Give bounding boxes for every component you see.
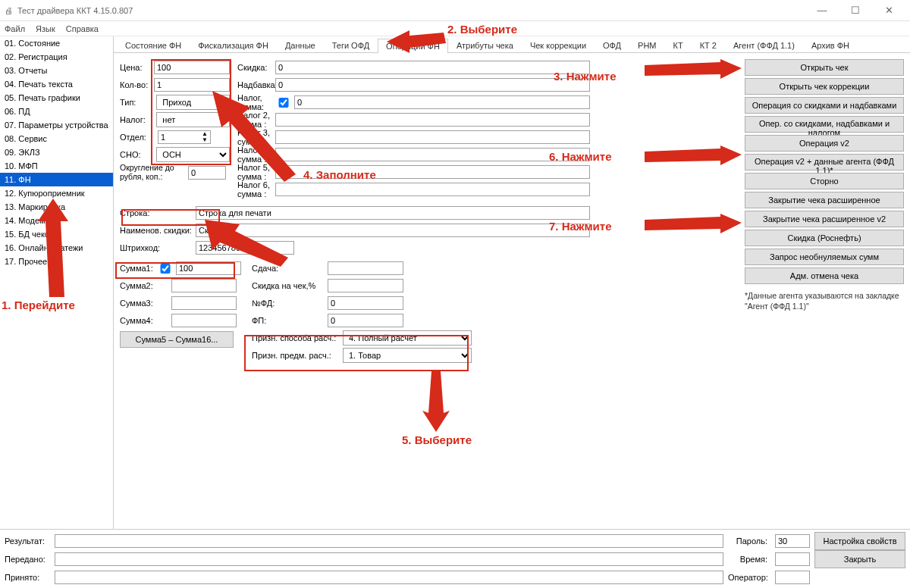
disc-name-input[interactable] (196, 224, 590, 237)
req-sum-button[interactable]: Запрос необнуляемых сумм (745, 249, 904, 265)
minimize-button[interactable]: — (805, 5, 839, 16)
sidebar-item[interactable]: 07. Параметры устройства (0, 118, 113, 132)
sum4-label: Сумма4: (120, 316, 158, 325)
close-button[interactable]: ✕ (872, 5, 905, 16)
qty-input[interactable] (154, 78, 230, 92)
sum1-input[interactable] (176, 261, 241, 275)
op-v2-agent-button[interactable]: Операция v2 + данные агента (ФФД 1.1)* (745, 154, 904, 170)
stroka-input[interactable] (196, 206, 590, 220)
disc-rn-button[interactable]: Скидка (Роснефть) (745, 230, 904, 246)
tab[interactable]: Чек коррекции (522, 38, 595, 52)
app-icon: 🖨 (5, 6, 13, 15)
sum1-check[interactable] (160, 264, 171, 274)
tax6-input[interactable] (275, 183, 590, 196)
menu-file[interactable]: Файл (5, 24, 25, 33)
sum4-input[interactable] (171, 314, 237, 327)
op-v2-button[interactable]: Операция v2 (745, 135, 904, 152)
close-ext-v2-button[interactable]: Закрытие чека расширенное v2 (745, 211, 904, 227)
disc-chk-input[interactable] (328, 279, 403, 292)
tab[interactable]: Фискализация ФН (190, 38, 277, 52)
sum2-input[interactable] (171, 279, 237, 292)
op-disc-button[interactable]: Операция со скидками и надбавками (745, 97, 904, 114)
tax-label: Налог: (120, 115, 156, 124)
maximize-button[interactable]: ☐ (839, 5, 872, 16)
op-disc-tax-button[interactable]: Опер. со скидками, надбавками и налогом (745, 116, 904, 133)
tax2-input[interactable] (275, 113, 590, 127)
adm-cancel-button[interactable]: Адм. отмена чека (745, 267, 904, 284)
titlebar: 🖨 Тест драйвера ККТ 4.15.0.807 — ☐ ✕ (0, 0, 910, 21)
tab[interactable]: Атрибуты чека (448, 38, 522, 52)
sidebar-item[interactable]: 01. Состояние (0, 36, 113, 50)
sidebar-item[interactable]: 13. Маркировка (0, 200, 113, 214)
stroka-label: Строка: (120, 208, 196, 217)
oper-label: Оператор: (728, 573, 770, 582)
sum3-input[interactable] (171, 296, 237, 310)
tab[interactable]: КТ 2 (692, 38, 725, 52)
time-input[interactable] (775, 552, 810, 566)
tax-sum-check[interactable] (278, 98, 289, 108)
round-label: Округление до рубля, коп.: (120, 164, 188, 181)
sidebar-item[interactable]: 08. Сервис (0, 132, 113, 145)
settings-button[interactable]: Настройка свойств (814, 532, 905, 550)
tab[interactable]: Архив ФН (803, 38, 858, 52)
tab[interactable]: Теги ОФД (324, 38, 378, 52)
sent-label: Передано: (5, 555, 50, 564)
sidebar-item[interactable]: 11. ФН (0, 173, 113, 186)
sidebar-item[interactable]: 16. Онлайн платежи (0, 241, 113, 255)
sidebar-item[interactable]: 04. Печать текста (0, 77, 113, 91)
sum-more-button[interactable]: Сумма5 – Сумма16... (120, 331, 234, 348)
sidebar-item[interactable]: 06. ПД (0, 105, 113, 118)
open-corr-button[interactable]: Открыть чек коррекции (745, 78, 904, 95)
barcode-input[interactable] (196, 241, 294, 255)
tax3-input[interactable] (275, 130, 590, 144)
menu-lang[interactable]: Язык (36, 24, 55, 33)
storno-button[interactable]: Сторно (745, 173, 904, 189)
disc-name-label: Наименов. скидки: (120, 226, 196, 235)
oper-input[interactable] (775, 571, 810, 584)
tab[interactable]: Операции ФН (378, 39, 448, 53)
sidebar-item[interactable]: 09. ЭКЛЗ (0, 145, 113, 159)
close-ext-button[interactable]: Закрытие чека расширенное (745, 192, 904, 208)
tab[interactable]: Данные (277, 38, 324, 52)
disc-chk-label: Скидка на чек,% (252, 281, 328, 290)
sidebar-item[interactable]: 17. Прочее (0, 255, 113, 268)
tab[interactable]: Состояние ФН (117, 38, 190, 52)
sidebar-item[interactable]: 03. Отчеты (0, 64, 113, 77)
tab[interactable]: Агент (ФФД 1.1) (725, 38, 803, 52)
price-input[interactable] (154, 61, 230, 74)
sign-subj-label: Призн. предм. расч.: (252, 351, 343, 360)
sidebar-item[interactable]: 05. Печать графики (0, 91, 113, 105)
sidebar-item[interactable]: 12. Купюроприемник (0, 186, 113, 200)
sidebar-item[interactable]: 14. Модем (0, 214, 113, 227)
tab[interactable]: КТ (665, 38, 692, 52)
sno-select[interactable]: ОСН (156, 147, 230, 162)
tax5-input[interactable] (275, 165, 590, 179)
pass-label: Пароль: (728, 536, 770, 546)
open-check-button[interactable]: Открыть чек (745, 59, 904, 76)
result-output (55, 534, 723, 548)
change-input[interactable] (328, 261, 403, 275)
nfd-input[interactable] (328, 296, 403, 310)
sidebar-item[interactable]: 10. МФП (0, 159, 113, 173)
menu-help[interactable]: Справка (66, 24, 99, 33)
pass-input[interactable] (775, 534, 810, 548)
fp-input[interactable] (328, 314, 403, 327)
sidebar-item[interactable]: 02. Регистрация (0, 50, 113, 64)
surch-input[interactable] (275, 78, 590, 92)
sign-subj-select[interactable]: 1. Товар (343, 348, 472, 363)
round-input[interactable] (188, 166, 226, 180)
tax-sum-label: Налог, сумма: (237, 93, 275, 111)
tax4-input[interactable] (275, 148, 590, 161)
disc-input[interactable] (275, 61, 590, 74)
close-app-button[interactable]: Закрыть (814, 550, 905, 568)
disc-label: Скидка: (237, 63, 275, 72)
dept-spinner[interactable]: 1▲▼ (158, 130, 211, 144)
tab[interactable]: РНМ (629, 38, 664, 52)
sidebar-item[interactable]: 15. БД чеков (0, 227, 113, 241)
type-select[interactable]: Приход (156, 95, 230, 110)
tab[interactable]: ОФД (595, 38, 629, 52)
sign-method-select[interactable]: 4. Полный расчет (343, 330, 472, 346)
tax-select[interactable]: нет (156, 112, 230, 127)
tax-sum-input[interactable] (294, 95, 590, 109)
nfd-label: №ФД: (252, 299, 328, 308)
